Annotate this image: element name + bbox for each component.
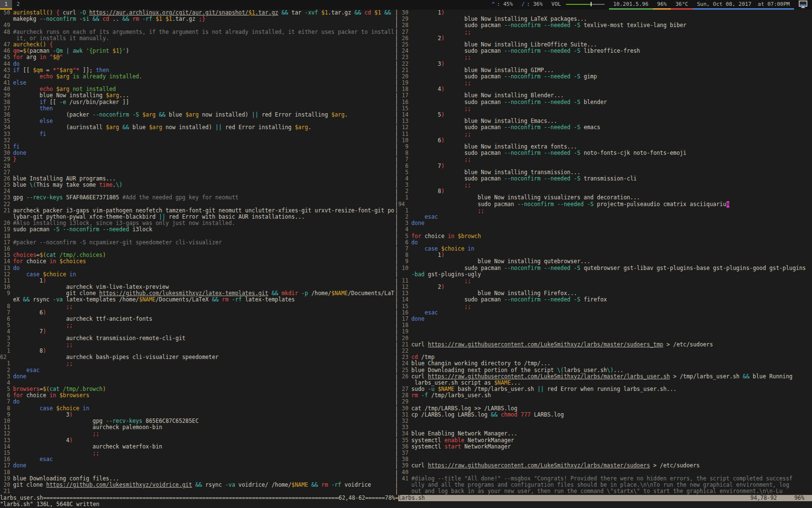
code-text: larbs_user.sh script as $NAME... — [411, 380, 812, 386]
code-text — [411, 348, 812, 354]
code-row: 23cd /tmp — [398, 354, 812, 360]
code-row: 3 aurcheck transmission-remote-cli-git — [0, 335, 395, 342]
line-number: 27 — [0, 169, 13, 176]
code-text: ;; — [13, 303, 395, 310]
line-number: 17 — [0, 239, 13, 246]
code-text: aurcheck packer i3-gaps vim-pathogen neo… — [13, 208, 395, 214]
code-text: done — [13, 463, 395, 469]
code-text: 8) — [13, 348, 395, 354]
code-row: eX && rsync -va latex-templates /home/$N… — [0, 297, 395, 303]
code-text: #aurcheck runs on each of its arguments,… — [13, 29, 395, 35]
code-row: 35systemctl enable NetworkManager — [398, 437, 812, 444]
code-text: gpg --recv-keys 5FAF0A6EE7371805 #Add th… — [13, 194, 395, 201]
code-text: sudo pacman -S --noconfirm --needed i3lo… — [13, 226, 395, 233]
code-text: blue \(This may take some time.\) — [13, 182, 395, 188]
code-row: 41#dialog --title "All done!" --msgbox "… — [398, 476, 812, 482]
code-text: aurinstall() { curl -O https://aur.archl… — [13, 10, 395, 16]
code-text — [411, 456, 812, 463]
code-text: if [[ -e /usr/bin/packer ]] — [13, 99, 395, 105]
code-row: 4 — [398, 226, 812, 233]
code-row: 6 aurcheck ttf-ancient-fonts — [0, 316, 395, 322]
code-text: esac — [411, 214, 812, 220]
code-row: 10 6) — [398, 137, 812, 144]
code-row: 7do — [0, 399, 395, 405]
code-row: 29 — [398, 399, 812, 405]
code-text: sudo pacman --noconfirm --needed -S qute… — [411, 265, 812, 271]
code-text — [411, 322, 812, 329]
code-row: 18 — [0, 469, 395, 476]
code-row: 37 — [398, 450, 812, 456]
line-number: 23 — [398, 54, 411, 60]
code-row: 14 5) — [398, 112, 812, 118]
code-text: ;; — [411, 80, 812, 86]
code-row: 1 ;; — [0, 360, 395, 367]
code-row: 28 — [0, 163, 395, 169]
code-row: 5for choice in $browch — [398, 233, 812, 239]
code-row: 26curl https://raw.githubusercontent.com… — [398, 374, 812, 380]
code-row: 16 esac — [0, 456, 395, 463]
code-row: 37 then — [0, 105, 395, 112]
code-row: 1 8) — [0, 348, 395, 354]
line-number: 8 — [0, 303, 13, 310]
line-number: 29 — [0, 156, 13, 163]
code-row: 17 blue Now installing Blender... — [398, 92, 812, 99]
code-text: then — [13, 105, 395, 112]
workspace-switcher: 1 2 — [0, 0, 24, 10]
code-text: else — [13, 80, 395, 86]
code-row: 27 — [0, 169, 395, 176]
code-text: ;; — [411, 29, 812, 35]
memory-icon: ᴹ — [492, 0, 495, 8]
statusline-inactive: larbs_user.sh===========================… — [0, 495, 398, 501]
code-row: 19 — [398, 329, 812, 335]
line-number: 12 — [0, 431, 13, 437]
code-row: 12 ;; — [0, 431, 395, 437]
code-row: 12 2) — [398, 284, 812, 290]
code-text: 4) — [13, 437, 395, 444]
code-text: ;; — [411, 131, 812, 137]
code-text: case $choice in — [13, 405, 395, 412]
code-row: 45for arg in "$@" — [0, 54, 395, 60]
code-row: 12 sudo pacman --noconfirm --needed -S e… — [398, 124, 812, 131]
code-text: 1) — [411, 252, 812, 258]
code-text: aurcheck transmission-remote-cli-git — [13, 335, 395, 342]
code-text: aurcheck vim-live-latex-preview — [13, 284, 395, 290]
line-number: 27 — [398, 29, 411, 35]
code-text — [411, 399, 812, 405]
vim-left-pane[interactable]: 50aurinstall() { curl -O https://aur.arc… — [0, 10, 395, 495]
code-text: ;; — [13, 450, 395, 456]
vim-right-pane[interactable]: 30 1)29 blue Now installing LaTeX packag… — [398, 10, 812, 495]
code-text: ;; — [13, 342, 395, 348]
code-row: 1 blue Now installing visualizers and de… — [398, 194, 812, 201]
code-text: curl https://raw.githubusercontent.com/L… — [411, 374, 812, 380]
code-row: 26blue Installing AUR programs... — [0, 176, 395, 182]
code-row: 62 aurcheck bash-pipes cli-visualizer sp… — [0, 354, 395, 360]
code-text: done — [411, 220, 812, 226]
volume-slider[interactable] — [566, 1, 605, 7]
vim-command-line[interactable]: "larbs.sh" 136L, 5648C written — [0, 501, 812, 508]
code-row: 33 — [398, 424, 812, 431]
code-row: 29} — [0, 156, 395, 163]
code-text: blue Changin working directory to /tmp/.… — [411, 360, 812, 367]
temperature-value: 36°C — [675, 0, 688, 8]
workspace-2[interactable]: 2 — [12, 0, 24, 10]
code-row: 20 sudo pacman --noconfirm --needed -S g… — [398, 74, 812, 80]
code-row: 46qm=$(pacman -Qm | awk '{print $1}') — [0, 48, 395, 54]
code-text: fi — [13, 144, 395, 150]
line-number: 12 — [0, 271, 13, 278]
code-text: ;; — [411, 182, 812, 188]
workspace-1[interactable]: 1 — [0, 0, 12, 10]
code-row: 11 ;; — [398, 131, 812, 137]
code-text: done — [411, 316, 812, 322]
line-number: 7 — [398, 156, 411, 163]
line-number: 4 — [0, 329, 13, 335]
line-number: 50 — [0, 10, 13, 16]
code-text: sudo pacman --noconfirm --needed -S noto… — [411, 150, 812, 156]
line-number: 6 — [398, 239, 411, 246]
code-text: 3) — [411, 61, 812, 67]
code-row: 9 git clone https://github.com/lukesmith… — [0, 290, 395, 297]
code-text: ;; — [411, 156, 812, 163]
pane-separator[interactable]: | | | | | | | | | | | | | | | | | | | | … — [395, 10, 398, 495]
line-number: 16 — [398, 99, 411, 105]
line-number: 2 — [0, 342, 13, 348]
code-row: 22 — [0, 201, 395, 208]
